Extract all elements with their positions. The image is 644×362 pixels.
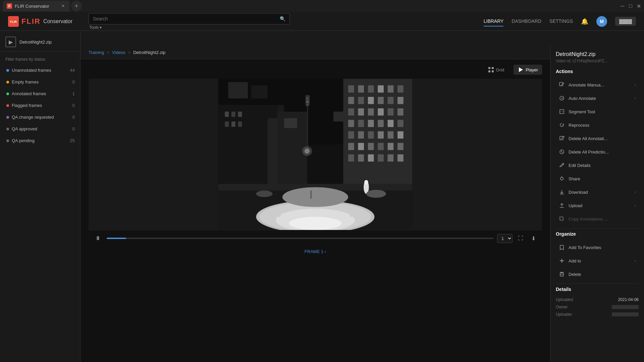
thermal-frame bbox=[89, 79, 542, 230]
dot-gray-approved bbox=[6, 128, 9, 130]
svg-rect-11 bbox=[225, 112, 229, 117]
download-frame-button[interactable]: ⬇ bbox=[529, 234, 538, 243]
svg-rect-31 bbox=[348, 97, 354, 104]
delete-label: Delete bbox=[569, 272, 581, 277]
filter-empty-label: Empty frames bbox=[12, 79, 39, 84]
svg-rect-36 bbox=[397, 97, 404, 104]
action-add-favorites[interactable]: Add To Favorites bbox=[556, 241, 639, 254]
svg-rect-15 bbox=[231, 121, 235, 127]
player-view-button[interactable]: Player bbox=[514, 65, 542, 75]
filter-flagged[interactable]: Flagged frames 0 bbox=[0, 100, 80, 111]
filter-qa-pending[interactable]: QA pending 25 bbox=[0, 135, 80, 146]
filter-flagged-count: 0 bbox=[72, 103, 75, 108]
filter-empty-count: 0 bbox=[72, 79, 75, 84]
download-icon bbox=[558, 189, 565, 195]
action-delete-predictions[interactable]: Delete All Predictio... bbox=[556, 145, 639, 159]
svg-rect-41 bbox=[388, 108, 394, 116]
pause-button[interactable]: ⏸ bbox=[93, 233, 103, 244]
svg-rect-46 bbox=[378, 120, 384, 127]
breadcrumb-training[interactable]: Training bbox=[89, 50, 104, 55]
action-segment-tool[interactable]: Segment Tool bbox=[556, 105, 639, 118]
progress-bar[interactable] bbox=[107, 238, 494, 239]
action-upload[interactable]: Upload › bbox=[556, 199, 639, 212]
app-container: ▶ DetroitNight2.zip Filter frames by sta… bbox=[0, 27, 644, 362]
svg-rect-54 bbox=[397, 131, 404, 139]
svg-rect-86 bbox=[251, 85, 268, 99]
close-window-button[interactable]: ✕ bbox=[636, 3, 641, 9]
action-delete-annotations[interactable]: Delete All Annotati... bbox=[556, 132, 639, 145]
details-section-title: Details bbox=[556, 287, 639, 292]
sidebar-file-name: DetroitNight2.zip bbox=[19, 40, 52, 45]
delete-annotations-label: Delete All Annotati... bbox=[569, 136, 607, 141]
tab-close-button[interactable]: ✕ bbox=[60, 3, 66, 9]
svg-rect-44 bbox=[358, 120, 364, 127]
breadcrumb-videos[interactable]: Videos bbox=[112, 50, 125, 55]
delete-predictions-label: Delete All Predictio... bbox=[569, 149, 609, 155]
frame-nav-arrow[interactable]: › bbox=[325, 249, 326, 254]
svg-rect-43 bbox=[348, 120, 354, 127]
svg-rect-59 bbox=[388, 143, 394, 150]
fullscreen-button[interactable]: ⛶ bbox=[516, 234, 525, 243]
svg-point-22 bbox=[306, 101, 309, 103]
dot-gray-pending bbox=[6, 139, 9, 142]
copy-annotations-icon bbox=[558, 216, 565, 222]
action-add-to[interactable]: Add to › bbox=[556, 254, 639, 267]
upload-icon bbox=[558, 202, 565, 209]
filter-qa-change[interactable]: QA change requested 0 bbox=[0, 111, 80, 123]
svg-point-23 bbox=[306, 104, 309, 107]
action-download[interactable]: Download › bbox=[556, 185, 639, 199]
filter-annotated[interactable]: Annotated frames 1 bbox=[0, 88, 80, 100]
browser-tab[interactable]: F FLIR Conservator ✕ bbox=[3, 1, 70, 11]
svg-rect-65 bbox=[388, 155, 394, 162]
filter-unannotated[interactable]: Unannotated frames 44 bbox=[0, 64, 80, 76]
svg-rect-34 bbox=[378, 97, 384, 104]
svg-rect-85 bbox=[228, 82, 248, 99]
grid-view-button[interactable]: Grid bbox=[484, 65, 508, 75]
minimize-button[interactable]: ─ bbox=[620, 3, 625, 9]
content-wrapper: Training > Videos > DetroitNight2.zip Gr… bbox=[80, 46, 644, 362]
search-container: 🔍 Tools ▾ bbox=[89, 27, 290, 30]
filter-empty[interactable]: Empty frames 0 bbox=[0, 76, 80, 88]
filter-qa-approved[interactable]: QA approved 0 bbox=[0, 123, 80, 135]
svg-point-100 bbox=[560, 177, 563, 180]
svg-rect-4 bbox=[488, 70, 490, 72]
svg-rect-83 bbox=[284, 118, 297, 128]
filter-label: Filter frames by status: bbox=[0, 54, 80, 64]
detail-uploaded: Uploaded 2021-04-06 bbox=[556, 296, 639, 303]
svg-rect-37 bbox=[348, 108, 354, 116]
filter-unannotated-count: 44 bbox=[70, 68, 75, 73]
tools-row[interactable]: Tools ▾ bbox=[89, 27, 290, 30]
filter-qa-approved-count: 0 bbox=[72, 126, 75, 131]
add-favorites-label: Add To Favorites bbox=[569, 245, 601, 250]
sidebar-file[interactable]: ▶ DetroitNight2.zip bbox=[0, 33, 80, 52]
filter-qa-change-label: QA change requested bbox=[12, 115, 54, 120]
section-divider bbox=[556, 228, 639, 229]
svg-rect-62 bbox=[358, 155, 364, 162]
top-nav: FLIR FLIR Conservator 🔍 Tools ▾ LIBRARY … bbox=[80, 27, 644, 31]
download-chevron: › bbox=[635, 190, 636, 194]
frame-select[interactable]: 1 bbox=[497, 234, 513, 243]
filter-annotated-count: 1 bbox=[72, 91, 75, 96]
maximize-button[interactable]: □ bbox=[628, 3, 633, 9]
svg-rect-49 bbox=[348, 131, 354, 139]
svg-rect-16 bbox=[238, 121, 242, 127]
action-delete[interactable]: Delete bbox=[556, 267, 639, 281]
action-reprocess[interactable]: Reprocess bbox=[556, 118, 639, 132]
new-tab-button[interactable]: + bbox=[71, 1, 82, 11]
svg-point-71 bbox=[282, 187, 348, 207]
share-icon bbox=[558, 175, 565, 182]
action-share[interactable]: Share bbox=[556, 172, 639, 185]
svg-rect-40 bbox=[378, 108, 384, 116]
action-edit-details[interactable]: Edit Details bbox=[556, 159, 639, 172]
reprocess-label: Reprocess bbox=[569, 123, 589, 128]
action-annotate-manual[interactable]: Annotate Manua... › bbox=[556, 78, 639, 92]
details-section: Uploaded 2021-04-06 Owner Uploader bbox=[556, 296, 639, 318]
view-controls: Grid Player bbox=[89, 65, 542, 75]
download-label: Download bbox=[569, 190, 588, 195]
action-auto-annotate[interactable]: Auto Annotate › bbox=[556, 92, 639, 105]
auto-annotate-label: Auto Annotate bbox=[569, 96, 596, 101]
actions-section-title: Actions bbox=[556, 69, 639, 74]
svg-rect-42 bbox=[397, 108, 404, 116]
right-sidebar: DetroitNight2.zip Video id: rZYhNqRemzdP… bbox=[550, 46, 644, 362]
grid-label: Grid bbox=[496, 67, 504, 72]
